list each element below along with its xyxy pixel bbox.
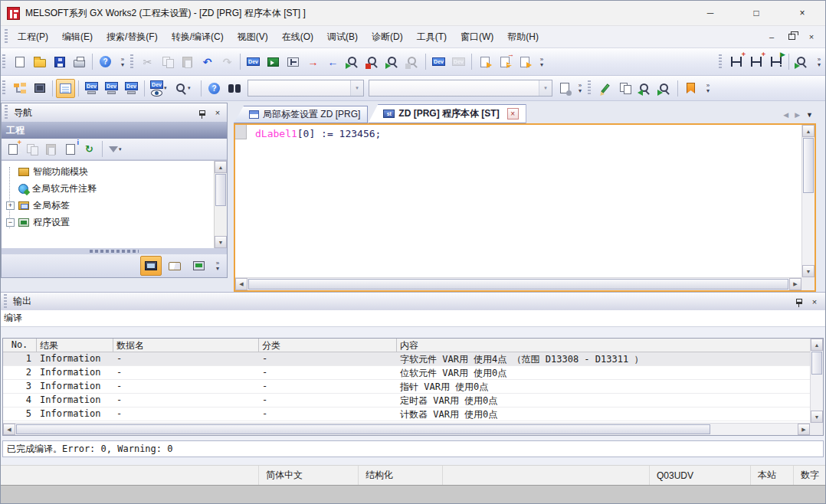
scroll-up-button[interactable]: ▲ — [811, 339, 823, 351]
scroll-down-button[interactable]: ▼ — [802, 265, 815, 277]
monitor-start-button[interactable] — [343, 52, 362, 71]
scroll-thumb[interactable] — [215, 174, 226, 206]
scroll-left-button[interactable]: ◀ — [235, 278, 247, 290]
refresh-button[interactable]: ↻ — [80, 140, 98, 158]
pin-panel-button[interactable] — [196, 106, 208, 119]
device-display-button[interactable]: Dev▾ — [148, 79, 172, 98]
ladder-instruction-button[interactable]: ▶ — [766, 52, 785, 71]
tab-program-body-st[interactable]: st ZD [PRG] 程序本体 [ST] × — [368, 104, 526, 123]
menu-project[interactable]: 工程(P) — [11, 28, 55, 47]
close-button[interactable]: × — [779, 1, 825, 25]
undo-button[interactable]: ↶ — [198, 52, 217, 71]
toolbar-overflow-button[interactable]: »▾ — [703, 77, 713, 99]
scroll-up-button[interactable]: ▲ — [802, 125, 815, 137]
device-batch-list-button[interactable]: Dev — [122, 79, 141, 98]
menu-window[interactable]: 窗口(W) — [454, 28, 500, 47]
col-header-no[interactable]: No. — [3, 339, 37, 352]
tree-item-global-label[interactable]: + 全局标签 — [5, 197, 214, 214]
find-previous-button[interactable] — [635, 79, 654, 98]
tab-close-button[interactable]: × — [507, 108, 519, 119]
bookmark-button[interactable] — [681, 79, 700, 98]
property-button[interactable]: i — [61, 140, 79, 158]
view-overflow-button[interactable]: »▾ — [212, 255, 223, 277]
ladder-coil-button[interactable]: + — [746, 52, 765, 71]
menu-find-replace[interactable]: 搜索/替换(F) — [100, 28, 165, 47]
sort-filter-button[interactable]: ▾ — [107, 140, 124, 158]
editor-vertical-scrollbar[interactable]: ▲ ▼ — [801, 125, 815, 277]
menu-compile[interactable]: 转换/编译(C) — [165, 28, 231, 47]
edit-mode-button[interactable] — [595, 79, 615, 98]
find-next-button[interactable] — [655, 79, 674, 98]
mdi-close-button[interactable]: × — [804, 30, 819, 44]
device-find-button[interactable]: ▾ — [173, 79, 198, 98]
help-button[interactable]: ? — [205, 79, 224, 98]
menu-help[interactable]: 帮助(H) — [500, 28, 546, 47]
expand-plus-icon[interactable]: + — [6, 201, 15, 210]
maximize-button[interactable]: □ — [733, 1, 779, 25]
scroll-right-button[interactable]: ▶ — [798, 424, 810, 435]
table-row[interactable]: 5 Information - - 计数器 VAR用 使用0点 — [3, 407, 810, 421]
tree-scrollbar[interactable]: ▲ ▼ — [214, 161, 227, 248]
copy-button[interactable] — [158, 52, 177, 71]
find-button[interactable] — [225, 79, 244, 98]
close-panel-button[interactable]: × — [211, 106, 224, 119]
col-header-content[interactable]: 内容 — [397, 339, 810, 352]
scroll-track[interactable] — [811, 375, 823, 411]
monitor-stop-button[interactable] — [363, 52, 382, 71]
project-view-button[interactable] — [140, 256, 162, 276]
col-header-category[interactable]: 分类 — [259, 339, 397, 352]
navigation-toggle-button[interactable] — [10, 79, 29, 98]
scroll-track[interactable] — [802, 194, 815, 265]
close-output-button[interactable]: × — [808, 296, 821, 308]
paste-data-button[interactable] — [42, 140, 60, 158]
new-data-button[interactable]: + — [4, 140, 21, 158]
toolbar-overflow-button[interactable]: »▾ — [536, 51, 547, 73]
scroll-up-button[interactable]: ▲ — [215, 161, 227, 173]
scroll-right-button[interactable]: ▶ — [789, 278, 801, 290]
editor-horizontal-scrollbar[interactable]: ◀ ▶ — [235, 277, 801, 290]
device-memory-list-button[interactable]: Dev — [102, 79, 121, 98]
menu-edit[interactable]: 编辑(E) — [55, 28, 100, 47]
work-window-button[interactable] — [56, 79, 75, 98]
scroll-thumb[interactable] — [16, 424, 710, 434]
tab-local-label-settings[interactable]: 局部标签设置 ZD [PRG] — [234, 106, 368, 123]
open-project-button[interactable] — [30, 52, 49, 71]
module-configuration-button[interactable] — [30, 79, 49, 98]
tab-scroll-left-button[interactable]: ◀ — [783, 111, 788, 119]
new-project-button[interactable] — [10, 52, 29, 71]
device-memory-button[interactable] — [264, 52, 283, 71]
scroll-down-button[interactable]: ▼ — [215, 236, 227, 248]
note-button[interactable]: → — [495, 52, 514, 71]
table-row[interactable]: 3 Information - - 指针 VAR用 使用0点 — [3, 380, 810, 394]
expand-minus-icon[interactable]: − — [6, 218, 15, 227]
connection-destination-button[interactable] — [188, 256, 209, 276]
pin-output-button[interactable] — [793, 296, 805, 308]
minimize-button[interactable]: ─ — [687, 1, 733, 25]
menu-debug[interactable]: 调试(B) — [320, 28, 365, 47]
output-vertical-scrollbar[interactable]: ▲ ▼ — [810, 339, 823, 423]
scroll-track[interactable] — [711, 424, 798, 435]
help-button[interactable]: ? — [96, 52, 115, 71]
scroll-left-button[interactable]: ◀ — [3, 424, 15, 435]
ladder-contact-button[interactable]: + — [726, 52, 746, 71]
monitor-mode-button[interactable] — [383, 52, 402, 71]
table-row[interactable]: 4 Information - - 定时器 VAR用 使用0点 — [3, 394, 810, 407]
code-canvas[interactable]: dLabel1[0] := 123456; — [235, 125, 801, 277]
redo-button[interactable]: ↷ — [218, 52, 237, 71]
scroll-track[interactable] — [215, 207, 227, 236]
tab-scroll-right-button[interactable]: ▶ — [795, 111, 800, 119]
col-header-result[interactable]: 结果 — [37, 339, 113, 352]
device-search-button[interactable] — [792, 52, 811, 71]
panel-splitter[interactable] — [2, 248, 227, 254]
tab-list-dropdown-button[interactable]: ▼ — [806, 111, 813, 119]
table-row[interactable]: 2 Information - - 位软元件 VAR用 使用0点 — [3, 366, 810, 380]
output-horizontal-scrollbar[interactable]: ◀ ▶ — [3, 423, 810, 435]
user-library-button[interactable] — [164, 256, 185, 276]
copy-data-button[interactable] — [23, 140, 41, 158]
device-verify-button[interactable] — [284, 52, 303, 71]
browse-button[interactable] — [555, 79, 574, 98]
tree-item-intelligent-module[interactable]: 智能功能模块 — [5, 163, 214, 180]
toolbar-overflow-button[interactable]: »▾ — [814, 51, 824, 73]
device-combo-box[interactable]: ▾ — [247, 80, 364, 97]
statement-button[interactable] — [475, 52, 494, 71]
